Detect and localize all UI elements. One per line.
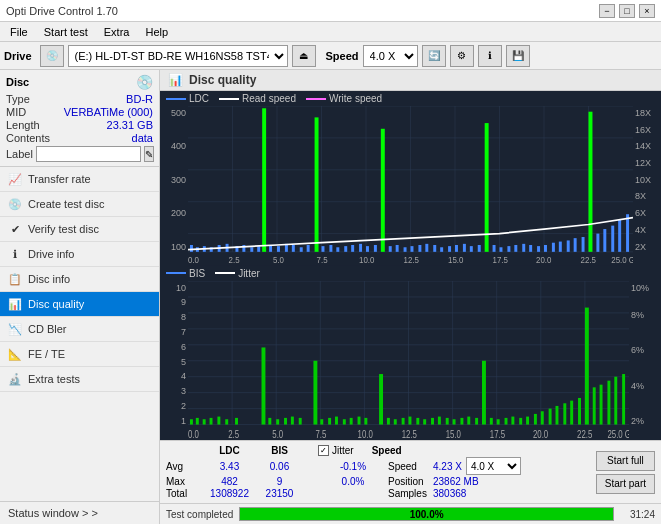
sidebar-item-create-test-disc[interactable]: 💿 Create test disc	[0, 192, 159, 217]
info-button[interactable]: ℹ	[478, 45, 502, 67]
start-buttons: Start full Start part	[596, 451, 655, 494]
svg-text:2.5: 2.5	[229, 255, 240, 266]
samples-label: Samples	[388, 488, 433, 499]
bottom-legend: BIS Jitter	[160, 266, 661, 281]
svg-text:10.0: 10.0	[359, 255, 375, 266]
svg-rect-26	[262, 108, 266, 252]
legend-bis: BIS	[166, 268, 205, 279]
speed-label: Speed	[326, 50, 359, 62]
menu-file[interactable]: File	[4, 24, 34, 40]
verify-test-disc-icon: ✔	[8, 222, 22, 236]
legend-ldc: LDC	[166, 93, 209, 104]
read-color	[219, 98, 239, 100]
menu-start-test[interactable]: Start test	[38, 24, 94, 40]
elapsed-time: 31:24	[620, 509, 655, 520]
menu-extra[interactable]: Extra	[98, 24, 136, 40]
stats-total-row: Total 1308922 23150 Samples 380368	[166, 488, 521, 499]
label-edit-button[interactable]: ✎	[144, 146, 154, 162]
drive-icon-button[interactable]: 💿	[40, 45, 64, 67]
sidebar-item-extra-tests[interactable]: 🔬 Extra tests	[0, 367, 159, 392]
sidebar-item-verify-test-disc[interactable]: ✔ Verify test disc	[0, 217, 159, 242]
status-window-button[interactable]: Status window > >	[0, 501, 159, 524]
speed-select-stats[interactable]: 4.0 X	[466, 457, 521, 475]
drive-select[interactable]: (E:) HL-DT-ST BD-RE WH16NS58 TST4	[68, 45, 288, 67]
speed-select[interactable]: 4.0 X	[363, 45, 418, 67]
close-button[interactable]: ×	[639, 4, 655, 18]
main-layout: Disc 💿 Type BD-R MID VERBATiMe (000) Len…	[0, 70, 661, 524]
refresh-button[interactable]: 🔄	[422, 45, 446, 67]
jitter-checkbox[interactable]: ✓ Jitter	[318, 445, 354, 456]
total-ldc: 1308922	[202, 488, 257, 499]
svg-text:20.0: 20.0	[533, 428, 548, 439]
eject-button[interactable]: ⏏	[292, 45, 316, 67]
svg-rect-122	[328, 417, 331, 424]
svg-rect-25	[257, 246, 260, 252]
sidebar-item-disc-info[interactable]: 📋 Disc info	[0, 267, 159, 292]
svg-rect-144	[497, 419, 500, 424]
start-part-button[interactable]: Start part	[596, 474, 655, 494]
svg-rect-47	[418, 245, 421, 252]
svg-rect-143	[490, 417, 493, 424]
sidebar-item-drive-info[interactable]: ℹ Drive info	[0, 242, 159, 267]
svg-rect-32	[307, 245, 310, 252]
stats-table: LDC BIS ✓ Jitter Speed Avg 3.43	[166, 445, 521, 499]
svg-rect-112	[225, 419, 228, 424]
disc-image-icon[interactable]: 💿	[136, 74, 153, 90]
svg-text:2.5: 2.5	[228, 428, 239, 439]
disc-section-label: Disc	[6, 76, 29, 88]
sidebar-item-transfer-rate[interactable]: 📈 Transfer rate	[0, 167, 159, 192]
bis-color	[166, 272, 186, 274]
svg-rect-132	[409, 416, 412, 424]
svg-rect-156	[585, 307, 589, 424]
svg-rect-115	[268, 417, 271, 424]
sidebar-item-cd-bler[interactable]: 📉 CD Bler	[0, 317, 159, 342]
menu-bar: File Start test Extra Help	[0, 22, 661, 42]
svg-rect-74	[618, 220, 621, 252]
length-value: 23.31 GB	[107, 119, 153, 131]
sidebar-item-disc-quality[interactable]: 📊 Disc quality	[0, 292, 159, 317]
svg-rect-31	[300, 247, 303, 252]
svg-rect-151	[549, 408, 552, 424]
minimize-button[interactable]: −	[599, 4, 615, 18]
sidebar-item-fe-te[interactable]: 📐 FE / TE	[0, 342, 159, 367]
svg-rect-58	[500, 247, 503, 252]
position-label: Position	[388, 476, 433, 487]
svg-text:7.5: 7.5	[315, 428, 326, 439]
max-jitter: 0.0%	[318, 476, 388, 487]
sidebar-label-fe-te: FE / TE	[28, 348, 65, 360]
y-label-300: 300	[171, 175, 186, 185]
svg-rect-130	[394, 419, 397, 424]
svg-rect-71	[596, 234, 599, 252]
settings-button[interactable]: ⚙	[450, 45, 474, 67]
chart-header-icon: 📊	[168, 73, 183, 87]
menu-help[interactable]: Help	[139, 24, 174, 40]
disc-section: Disc 💿 Type BD-R MID VERBATiMe (000) Len…	[0, 70, 159, 167]
svg-rect-155	[578, 397, 581, 424]
type-value: BD-R	[126, 93, 153, 105]
start-full-button[interactable]: Start full	[596, 451, 655, 471]
title-bar: Opti Drive Control 1.70 − □ ×	[0, 0, 661, 22]
svg-rect-135	[431, 417, 434, 424]
svg-text:22.5: 22.5	[581, 255, 597, 266]
svg-rect-116	[276, 419, 279, 424]
toolbar: Drive 💿 (E:) HL-DT-ST BD-RE WH16NS58 TST…	[0, 42, 661, 70]
label-input[interactable]	[36, 146, 141, 162]
svg-rect-140	[467, 416, 470, 424]
y-label-200: 200	[171, 208, 186, 218]
svg-rect-16	[190, 245, 193, 252]
progress-bar: 100.0%	[239, 507, 614, 521]
svg-text:12.5: 12.5	[402, 428, 417, 439]
svg-text:20.0: 20.0	[536, 255, 552, 266]
jitter-col-header: Jitter	[332, 445, 354, 456]
disc-info-icon: 📋	[8, 272, 22, 286]
save-button[interactable]: 💾	[506, 45, 530, 67]
speed-col-header: Speed	[372, 445, 402, 456]
maximize-button[interactable]: □	[619, 4, 635, 18]
svg-rect-30	[292, 245, 295, 252]
svg-rect-70	[589, 112, 593, 252]
svg-rect-142	[482, 360, 486, 424]
svg-rect-108	[196, 417, 199, 424]
svg-rect-37	[344, 246, 347, 252]
app-title: Opti Drive Control 1.70	[6, 5, 118, 17]
svg-rect-49	[433, 245, 436, 252]
